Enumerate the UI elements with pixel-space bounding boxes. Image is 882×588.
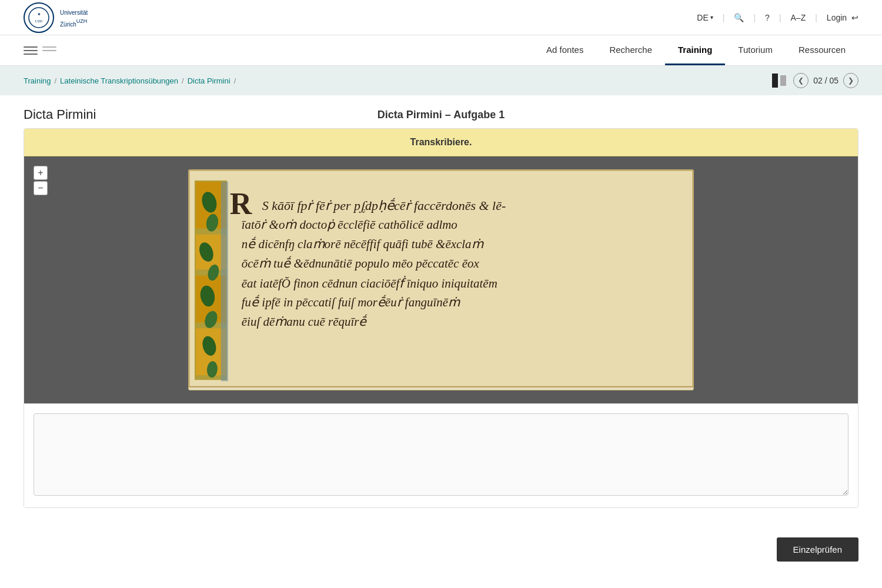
nav-item-training[interactable]: Training <box>665 35 725 65</box>
svg-text:fuḗ ipfē in pēccatiſ fuiſ mor: fuḗ ipfē in pēccatiſ fuiſ morḗēuṙ fan… <box>242 295 460 310</box>
page-total: 05 <box>829 76 838 85</box>
separator-4: | <box>815 13 817 22</box>
next-page-btn[interactable]: ❯ <box>843 73 858 88</box>
help-link[interactable]: ? <box>765 13 770 22</box>
view-split-btn[interactable] <box>780 75 786 86</box>
svg-text:ēiuſ dēṁanu cuē rēquīrḗ: ēiuſ dēṁanu cuē rēquīrḗ <box>242 315 368 329</box>
svg-text:ōcēṁ tuḗ &ēdnunātiē populo mē: ōcēṁ tuḗ &ēdnunātiē populo mēo pēccatēc… <box>242 256 480 270</box>
login-link[interactable]: Login ↩ <box>827 13 858 22</box>
nav-item-ressourcen[interactable]: Ressourcen <box>786 35 858 65</box>
svg-text:R: R <box>230 187 252 220</box>
manuscript-svg: R S kāōī fpṙ fēṙ per pᶋdpḥḗcēṙ faccē… <box>189 170 693 387</box>
language-selector[interactable]: DE ▾ <box>697 13 713 22</box>
menu-icon-1[interactable] <box>24 46 38 55</box>
breadcrumb-dicta[interactable]: Dicta Pirmini <box>188 76 230 85</box>
page-title-bar: Dicta Pirmini Dicta Pirmini – Aufgabe 1 <box>0 95 882 128</box>
bottom-bar: Einzel­prüfen <box>0 532 882 573</box>
svg-point-0 <box>29 8 49 28</box>
view-toggle <box>772 74 786 88</box>
breadcrumb-sep-1: / <box>54 76 56 85</box>
pagination: ❮ 02 / 05 ❯ <box>793 73 858 88</box>
svg-text:✦: ✦ <box>37 12 41 17</box>
page-current: 02 <box>813 76 823 85</box>
transcription-textarea[interactable] <box>34 413 848 496</box>
svg-text:ēat iatēfŎ finon cēdnun ciaciō: ēat iatēfŎ finon cēdnun ciaciōēfḟ īniqu… <box>242 276 497 290</box>
az-link[interactable]: A–Z <box>791 13 806 22</box>
nav-hamburger-icons <box>24 38 56 63</box>
manuscript-image: R S kāōī fpṙ fēṙ per pᶋdpḥḗcēṙ faccē… <box>188 169 694 390</box>
breadcrumb-bar: Training / Lateinische Transkriptionsübu… <box>0 66 882 95</box>
main-content: Transkribiere. + − <box>0 128 882 532</box>
uzh-crest-icon: ✦ UZH <box>28 6 50 29</box>
breadcrumb-sep-3: / <box>234 76 236 85</box>
task-title: Dicta Pirmini – Aufgabe 1 <box>232 109 650 121</box>
logo-abbr: UZH <box>76 18 88 24</box>
separator-1: | <box>723 13 725 22</box>
breadcrumb: Training / Lateinische Transkriptionsübu… <box>24 76 236 85</box>
logo-icon: ✦ UZH <box>24 2 54 33</box>
check-button[interactable]: Einzel­prüfen <box>777 537 858 562</box>
search-icon-link[interactable]: 🔍 <box>734 13 744 22</box>
top-actions: DE ▾ | 🔍 | ? | A–Z | Login ↩ <box>697 13 858 22</box>
image-viewer: + − <box>24 156 858 403</box>
prev-page-btn[interactable]: ❮ <box>793 73 808 88</box>
svg-rect-19 <box>221 182 228 381</box>
svg-text:UZH: UZH <box>35 19 43 23</box>
zoom-out-btn[interactable]: − <box>34 181 48 195</box>
page-indicator: 02 / 05 <box>813 76 838 85</box>
top-bar: ✦ UZH Universität ZürichUZH DE ▾ | 🔍 | ?… <box>0 0 882 35</box>
svg-text:nḗ dicēnfŋ claṁorē nēcēffif q: nḗ dicēnfŋ claṁorē nēcēffif quāfi tubē … <box>242 236 484 251</box>
separator-2: | <box>753 13 756 22</box>
logo-line2: Zürich <box>60 21 76 28</box>
logo-text: Universität ZürichUZH <box>60 6 88 29</box>
exercise-card: Transkribiere. + − <box>24 128 858 508</box>
login-label: Login <box>827 13 847 22</box>
page-title: Dicta Pirmini <box>24 107 232 122</box>
logo-area: ✦ UZH Universität ZürichUZH <box>24 2 88 33</box>
breadcrumb-right: ❮ 02 / 05 ❯ <box>772 73 858 88</box>
nav-item-ad-fontes[interactable]: Ad fontes <box>533 35 596 65</box>
lang-caret-icon: ▾ <box>710 14 713 21</box>
menu-icon-2[interactable] <box>42 46 56 55</box>
instruction-bar: Transkribiere. <box>24 129 858 156</box>
svg-text:S kāōī fpṙ fēṙ per pᶋdpḥḗcē: S kāōī fpṙ fēṙ per pᶋdpḥḗcēṙ faccērd… <box>262 198 506 213</box>
breadcrumb-uebungen[interactable]: Lateinische Transkriptionsübungen <box>60 76 178 85</box>
zoom-controls: + − <box>34 166 48 195</box>
zoom-in-btn[interactable]: + <box>34 166 48 180</box>
breadcrumb-training[interactable]: Training <box>24 76 51 85</box>
view-single-btn[interactable] <box>772 74 778 88</box>
logo-line1: Universität <box>60 9 88 16</box>
nav-item-tutorium[interactable]: Tutorium <box>725 35 786 65</box>
nav-item-recherche[interactable]: Recherche <box>596 35 665 65</box>
svg-text:īatōṙ &oṁ doctoṗ ēcclēfiē cat: īatōṙ &oṁ doctoṗ ēcclēfiē cathōlicē adl… <box>242 218 457 232</box>
lang-label: DE <box>697 13 708 22</box>
breadcrumb-sep-2: / <box>182 76 184 85</box>
instruction-text: Transkribiere. <box>410 137 472 147</box>
text-area-wrapper <box>24 403 858 507</box>
separator-3: | <box>779 13 781 22</box>
login-icon: ↩ <box>851 13 858 22</box>
nav-bar: Ad fontes Recherche Training Tutorium Re… <box>0 35 882 66</box>
